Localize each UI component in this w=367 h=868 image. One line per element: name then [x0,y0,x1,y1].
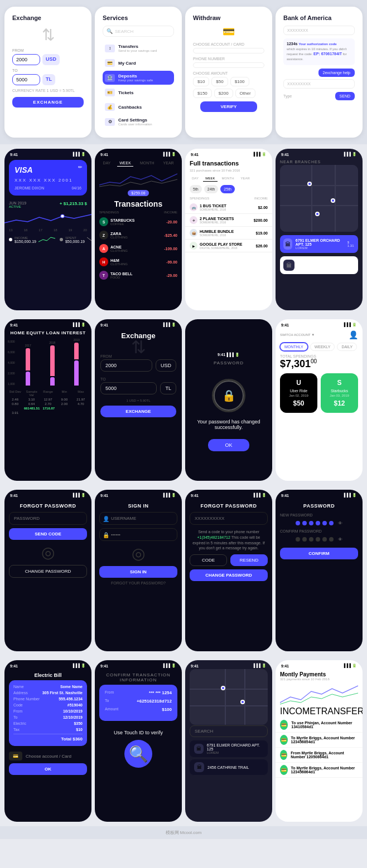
date-24th[interactable]: 24th [204,185,219,193]
trans-starbucks-name: STARBUCKS [110,218,134,222]
nb2-branch-1[interactable]: 🏛 6791 ELMER ORCHARD APT. 125 LOREM [190,740,268,758]
trans-tacobell[interactable]: T TACO BELL FOOD -29.00 [95,269,182,282]
plane-name: 2 PLANE TICKETS [200,217,234,221]
eb-ok-button[interactable]: OK [9,763,87,775]
exch-dark-from-value[interactable]: 2000 [100,359,152,372]
eye-icon-2[interactable]: 👁 [338,537,342,542]
fp2-resend-btn[interactable]: RESEND [230,554,268,566]
starbucks-card[interactable]: S Starbucks Jan 03, 2019 $12 [321,373,358,413]
tab-day[interactable]: DAY [100,160,113,167]
nb2-search-input[interactable] [190,725,268,737]
trans-zara-name: ZARA [110,232,128,236]
to-value[interactable]: 5000 [12,74,40,85]
service-mycard[interactable]: 💳 My Card [103,56,174,70]
exch-dark-to-value[interactable]: 5000 [100,382,157,394]
ft-google-play[interactable]: ▶ GOOGLE PLAY STORE DIGITAL SOMEWHERE, 2… [185,240,272,252]
fp2-status: 9:41 ▐▐▐ 🔋 [185,490,272,499]
mp-item-4[interactable]: 💳 To Myrtle Briggs, Account Number 12345… [276,763,363,778]
ft-tab-year[interactable]: YEAR [239,175,252,182]
fp1-password-field[interactable] [9,512,87,525]
fp1-change-btn[interactable]: CHANGE PASSWORD [9,565,87,578]
from-currency[interactable]: USD [42,54,60,65]
services-search[interactable]: 🔍 SEARCH [103,26,174,37]
tab-week[interactable]: WEEK [117,160,133,167]
tab-year[interactable]: YEAR [161,160,176,167]
conf-fingerprint-icon[interactable]: 🔍 [124,740,152,768]
exchange-dark-button[interactable]: EXCHANGE [100,406,176,417]
electric-bill-card: Name Some Name Address 305 First St. Nas… [9,680,87,746]
date-25th[interactable]: 25th [220,185,235,193]
account-field[interactable] [193,48,264,53]
service-cashbacks[interactable]: 💰 Cashbacks [103,100,174,114]
tab-month[interactable]: MONTH [138,160,157,167]
trans-starbucks[interactable]: S STARBUCKS COFFEE -20.00 [95,215,182,228]
mp-item-1[interactable]: 💳 To use Phinjan, Account Number 1341058… [276,718,363,733]
amt-150[interactable]: $150 [193,89,212,98]
eye-icon[interactable]: 👁 [338,521,342,526]
ft-humble-bundle[interactable]: 📦 HUMBLE BUNDLE SOMEWHERE, 2016 $19.00 [185,227,272,240]
date-5th[interactable]: 5th [190,185,202,193]
boa-help-button[interactable]: 2exchange help [318,69,355,77]
boa-field1[interactable]: XXXXXXXX [283,26,355,35]
spend-tab-daily[interactable]: DAILY [337,343,357,351]
si-forgot-link[interactable]: FORGOT YOUR PASSWORD? [95,581,182,585]
map-pin-1 [307,182,312,186]
ft-tab-day[interactable]: DAY [190,175,201,182]
exchange-button[interactable]: EXCHANGE [12,97,84,108]
uber-card[interactable]: U Uber Ride Jan 02, 2019 $50 [280,373,317,413]
mp-item-2[interactable]: 💳 To Myrtle Briggs, Account Number 12345… [276,733,363,748]
ft-bus-ticket[interactable]: 🚌 1 BUS TICKET SOMEWHERE, 2016 $2.00 [185,201,272,214]
fp2-phone-field[interactable] [190,512,268,525]
phone-field[interactable] [193,62,264,68]
service-tickets[interactable]: 🎫 Tickets [103,86,174,99]
pd-confirm-btn[interactable]: CONFIRM [280,548,358,559]
spent-stat: SPENT $50,000.19 [60,235,91,244]
from-value[interactable]: 2000 [12,54,40,65]
exch-dark-to-currency[interactable]: TL [160,382,176,394]
branch-card-2[interactable]: 🏛 806 COLE GATEWAY [280,256,358,274]
conf-from-label: From [105,690,114,695]
pwd-status-bar: 9:41 ▐▐▐ 🔋 [212,349,245,358]
si-password-field[interactable] [99,528,177,541]
spend-tab-weekly[interactable]: WEEKLY [310,343,335,351]
trans-acne-amount: -109.00 [164,247,177,251]
pwd-ok-button[interactable]: OK [208,439,249,451]
ft-plane-tickets[interactable]: ✈ 2 PLANE TICKETS SOMEWHERE, 2016 $200.0… [185,214,272,227]
visa-edit-icon[interactable]: ✏ [78,164,83,170]
amt-50[interactable]: $50 [211,77,228,86]
fp2-change-btn[interactable]: CHANGE PASSWORD [190,569,268,581]
si-signin-btn[interactable]: SIGN IN [99,566,177,578]
service-card-settings[interactable]: ⚙ Card Settings Cards user information [103,115,174,129]
si-status: 9:41 ▐▐▐ 🔋 [95,490,182,499]
amt-10[interactable]: $10 [193,77,209,86]
fp1-send-btn[interactable]: SEND CODE [9,528,87,540]
fp2-code-btn[interactable]: CODE [190,554,227,566]
boa-field2[interactable]: XXXXXXXXX [283,79,355,89]
nb2-branch-1-addr: LOREM [207,751,263,754]
spend-tab-monthly[interactable]: MONTHLY [280,343,308,351]
service-transfers[interactable]: ↕ Transfers Send to your savings card [103,41,174,55]
trans-zara[interactable]: Z ZARA CLOTHING -$25.40 [95,228,182,242]
eb-signal: ▐▐▐ 🔋 [71,664,86,668]
nb2-branch-2[interactable]: 🏛 2456 CATHRINE TRAIL [190,759,268,776]
forgot-password-screen-2: 9:41 ▐▐▐ 🔋 FORGOT PASSWORD Send a code t… [185,490,272,651]
amt-other[interactable]: Other [235,89,255,98]
service-deposits[interactable]: 🏦 Deposits Keep your savings safe [103,71,174,85]
si-username-field[interactable] [99,512,177,525]
trans-hm[interactable]: H H&M CLOTHING -99.00 [95,255,182,269]
boa-send-button[interactable]: SEND [335,92,355,100]
cpwd-dot-4 [316,537,320,542]
branch-card-1[interactable]: 🏛 6791 ELMER ORCHARD APT. 125 LOREM $ 1.… [280,235,358,253]
verify-button[interactable]: VERIFY [200,101,257,112]
amt-100[interactable]: $100 [230,77,249,86]
exch-dark-from-currency[interactable]: USD [156,359,176,372]
amt-200[interactable]: $200 [214,89,233,98]
mp-item-3[interactable]: 💳 From Myrtle Briggs, Account Number 120… [276,748,363,763]
monthly-payments-screen: 9:41 ▐▐▐ 🔋 Montly Payments 321 payments … [276,660,363,822]
fp1-title: FORGOT PASSWORD [4,499,91,512]
trans-acne[interactable]: A ACNE CLOTHING -109.00 [95,242,182,255]
exchange-title: Exchange [12,14,84,21]
to-currency[interactable]: TL [42,74,55,85]
ft-tab-month[interactable]: MONTH [220,175,236,182]
ft-tab-week[interactable]: WEEK [203,175,218,182]
